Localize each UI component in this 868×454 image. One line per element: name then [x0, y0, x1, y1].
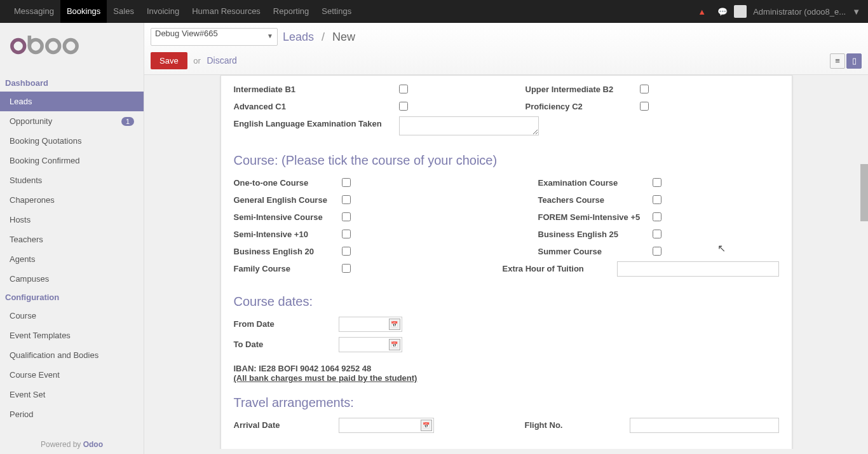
section-dates: Course dates: — [234, 294, 779, 309]
chat-icon[interactable]: 💬 — [717, 7, 728, 17]
nav-settings[interactable]: Settings — [315, 0, 358, 23]
input-flight-no[interactable] — [630, 418, 779, 433]
sidebar-item-event-templates[interactable]: Event Templates — [0, 326, 144, 345]
label-summer: Summer Course — [538, 244, 653, 256]
label-exam-taken: English Language Examination Taken — [234, 116, 399, 128]
list-view-button[interactable]: ≡ — [830, 53, 845, 69]
discard-button[interactable]: Discard — [207, 55, 236, 65]
checkbox-business-25[interactable] — [653, 230, 661, 238]
svg-point-1 — [29, 40, 42, 53]
checkbox-family[interactable] — [342, 264, 351, 273]
section-travel: Travel arrangements: — [234, 396, 779, 410]
sidebar-item-booking-quotations[interactable]: Booking Quotations — [0, 131, 144, 151]
checkbox-proficiency-c2[interactable] — [640, 102, 649, 111]
breadcrumb-root[interactable]: Leads — [283, 31, 314, 44]
sidebar-item-chaperones[interactable]: Chaperones — [0, 190, 144, 210]
label-examination: Examination Course — [538, 175, 653, 188]
breadcrumb-sep: / — [322, 31, 325, 44]
label-extra-hour: Extra Hour of Tuition — [503, 261, 617, 273]
scrollbar-thumb[interactable] — [860, 164, 868, 221]
user-name[interactable]: Administrator (odoo8_e... — [753, 7, 846, 17]
checkbox-business-20[interactable] — [342, 247, 351, 256]
sidebar-item-campuses[interactable]: Campuses — [0, 269, 144, 289]
logo[interactable] — [0, 23, 144, 74]
header-area: Debug View#665 Leads / New Save or Disca… — [144, 23, 868, 75]
user-dropdown-icon[interactable]: ▼ — [852, 7, 860, 17]
sidebar-item-label: Course — [10, 311, 36, 320]
label-intermediate-b1: Intermediate B1 — [234, 82, 399, 94]
checkbox-one-to-one[interactable] — [342, 178, 351, 187]
main-content: Intermediate B1 Upper Intermediate B2 Ad… — [144, 75, 868, 449]
nav-messaging[interactable]: Messaging — [8, 0, 60, 23]
sidebar-item-course[interactable]: Course — [0, 306, 144, 326]
nav-reporting[interactable]: Reporting — [267, 0, 315, 23]
label-from-date: From Date — [234, 317, 339, 329]
avatar[interactable] — [734, 5, 747, 18]
checkbox-examination[interactable] — [653, 178, 661, 187]
save-button[interactable]: Save — [151, 52, 187, 69]
sidebar-item-label: Booking Quotations — [10, 136, 81, 146]
sidebar-item-booking-confirmed[interactable]: Booking Confirmed — [0, 151, 144, 170]
badge: 1 — [121, 117, 134, 126]
checkbox-semi-intensive-10[interactable] — [342, 230, 351, 238]
checkbox-teachers[interactable] — [653, 195, 661, 204]
sidebar-item-label: Booking Confirmed — [10, 156, 80, 165]
scrollbar[interactable] — [860, 81, 868, 454]
from-date-input[interactable] — [339, 319, 389, 331]
label-proficiency-c2: Proficiency C2 — [526, 99, 640, 111]
checkbox-advanced-c1[interactable] — [399, 102, 408, 111]
label-semi-intensive: Semi-Intensive Course — [234, 210, 342, 222]
arrival-date-input[interactable] — [339, 420, 421, 432]
nav-invoicing[interactable]: Invoicing — [140, 0, 186, 23]
checkbox-intermediate-b1[interactable] — [399, 85, 408, 93]
powered-by: Powered by Odoo — [0, 440, 144, 449]
odoo-logo-icon — [10, 36, 79, 57]
nav-bookings[interactable]: Bookings — [60, 0, 107, 23]
checkbox-upper-intermediate-b2[interactable] — [640, 85, 649, 93]
sidebar-item-qualification[interactable]: Qualification and Bodies — [0, 345, 144, 365]
sidebar-item-opportunity[interactable]: Opportunity1 — [0, 111, 144, 131]
sidebar-section-dashboard: Dashboard — [0, 74, 144, 92]
checkbox-summer[interactable] — [653, 247, 661, 256]
checkbox-general[interactable] — [342, 195, 351, 204]
sidebar-item-students[interactable]: Students — [0, 170, 144, 190]
nav-sales[interactable]: Sales — [107, 0, 140, 23]
sidebar-item-label: Hosts — [10, 215, 31, 224]
label-to-date: To Date — [234, 337, 339, 349]
label-flight-no: Flight No. — [525, 418, 630, 430]
sidebar-item-label: Chaperones — [10, 195, 55, 205]
sidebar: Dashboard Leads Opportunity1 Booking Quo… — [0, 23, 144, 454]
sidebar-item-label: Qualification and Bodies — [10, 350, 98, 360]
calendar-icon[interactable]: 📅 — [421, 420, 432, 431]
checkbox-forem-semi[interactable] — [653, 212, 661, 221]
breadcrumb-current: New — [332, 31, 355, 44]
odoo-link[interactable]: Odoo — [83, 440, 103, 449]
form-view-button[interactable]: ▯ — [846, 53, 862, 69]
label-business-25: Business English 25 — [538, 227, 653, 239]
label-semi-intensive-10: Semi-Intensive +10 — [234, 227, 342, 239]
sidebar-item-period[interactable]: Period — [0, 404, 144, 424]
debug-view-select[interactable]: Debug View#665 — [151, 28, 278, 46]
alert-icon[interactable]: ▲ — [698, 7, 706, 17]
textarea-exam-taken[interactable] — [399, 116, 539, 135]
nav-hr[interactable]: Human Resources — [186, 0, 267, 23]
calendar-icon[interactable]: 📅 — [389, 339, 400, 350]
sidebar-item-agents[interactable]: Agents — [0, 249, 144, 269]
sidebar-item-label: Teachers — [10, 235, 43, 244]
from-date-input-wrap[interactable]: 📅 — [339, 317, 402, 332]
calendar-icon[interactable]: 📅 — [389, 319, 400, 330]
label-forem-semi: FOREM Semi-Intensive +5 — [538, 210, 653, 222]
checkbox-semi-intensive[interactable] — [342, 212, 351, 221]
sidebar-item-hosts[interactable]: Hosts — [0, 210, 144, 230]
to-date-input[interactable] — [339, 339, 389, 351]
sidebar-item-course-event[interactable]: Course Event — [0, 365, 144, 385]
label-arrival-date: Arrival Date — [234, 418, 339, 430]
input-extra-hour[interactable] — [617, 261, 779, 277]
sidebar-section-configuration: Configuration — [0, 289, 144, 306]
sidebar-item-teachers[interactable]: Teachers — [0, 230, 144, 249]
arrival-date-input-wrap[interactable]: 📅 — [339, 418, 434, 433]
sidebar-item-event-set[interactable]: Event Set — [0, 385, 144, 404]
sidebar-item-label: Event Templates — [10, 331, 71, 340]
to-date-input-wrap[interactable]: 📅 — [339, 337, 402, 352]
sidebar-item-leads[interactable]: Leads — [0, 92, 144, 111]
